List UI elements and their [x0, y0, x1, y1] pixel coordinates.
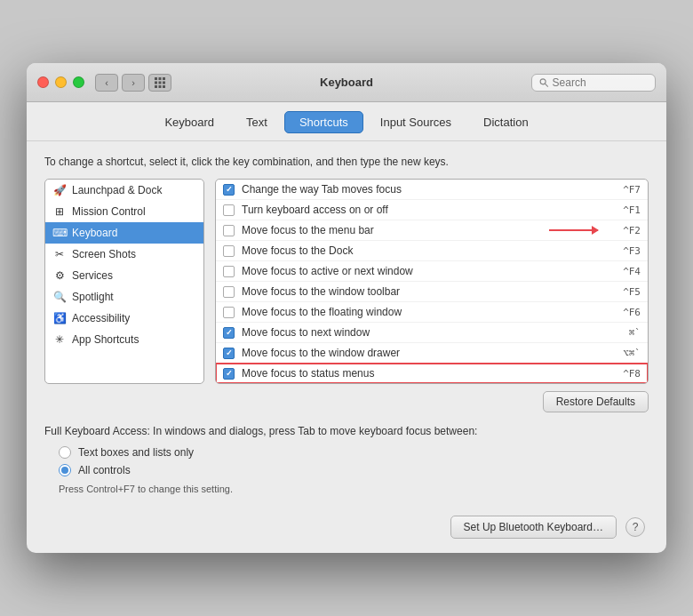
titlebar: ‹ › Keyboard: [27, 63, 666, 102]
shortcut-checkbox-kb-access[interactable]: [223, 204, 235, 216]
spotlight-icon: 🔍: [52, 290, 67, 304]
sidebar-item-mission-control[interactable]: ⊞ Mission Control: [45, 201, 203, 222]
shortcut-row-dock[interactable]: Move focus to the Dock ^F3: [216, 241, 648, 261]
shortcut-label-status-menus: Move focus to status menus: [242, 367, 616, 380]
accessibility-icon: ♿: [52, 311, 67, 325]
radio-btn-all-controls[interactable]: [59, 464, 71, 476]
shortcut-checkbox-toolbar[interactable]: [223, 286, 235, 298]
app-shortcuts-icon: ✳: [52, 332, 67, 347]
shortcut-key-status-menus: ^F8: [623, 368, 641, 380]
shortcut-label-active-window: Move focus to active or next window: [242, 265, 616, 277]
bottom-section: Full Keyboard Access: In windows and dia…: [44, 425, 649, 494]
shortcut-checkbox-next-window[interactable]: [223, 327, 235, 339]
shortcut-row-status-menus[interactable]: Move focus to status menus ^F8: [216, 364, 648, 383]
sidebar-label-app-shortcuts: App Shortcuts: [72, 333, 139, 346]
launchpad-icon: 🚀: [52, 183, 67, 197]
services-icon: ⚙: [52, 268, 67, 283]
sidebar-label-accessibility: Accessibility: [72, 312, 130, 324]
shortcut-checkbox-status-menus[interactable]: [223, 368, 235, 380]
main-pane: 🚀 Launchpad & Dock ⊞ Mission Control ⌨ K…: [44, 179, 649, 384]
press-note: Press Control+F7 to change this setting.: [59, 484, 649, 494]
traffic-lights: [37, 76, 84, 88]
bluetooth-button[interactable]: Set Up Bluetooth Keyboard…: [450, 516, 617, 539]
shortcut-row-kb-access[interactable]: Turn keyboard access on or off ^F1: [216, 200, 648, 220]
svg-rect-2: [163, 77, 165, 80]
shortcut-checkbox-tab-focus[interactable]: [223, 184, 235, 196]
close-button[interactable]: [37, 76, 49, 88]
arrow-indicator: [549, 229, 598, 231]
svg-rect-7: [159, 85, 162, 88]
sidebar-item-keyboard[interactable]: ⌨ Keyboard: [45, 222, 203, 244]
minimize-button[interactable]: [55, 76, 67, 88]
svg-line-10: [545, 84, 547, 86]
sidebar-item-app-shortcuts[interactable]: ✳ App Shortcuts: [45, 329, 203, 350]
sidebar-item-screenshots[interactable]: ✂ Screen Shots: [45, 244, 203, 265]
shortcut-label-kb-access: Turn keyboard access on or off: [242, 204, 616, 216]
shortcut-key-toolbar: ^F5: [623, 286, 641, 298]
shortcut-label-next-window: Move focus to next window: [242, 326, 622, 339]
shortcut-key-menu-bar: ^F2: [623, 225, 641, 236]
svg-rect-3: [155, 81, 157, 84]
svg-rect-4: [159, 81, 162, 84]
tab-keyboard[interactable]: Keyboard: [149, 111, 229, 133]
arrow-head: [592, 226, 599, 235]
back-button[interactable]: ‹: [95, 74, 118, 92]
sidebar-item-accessibility[interactable]: ♿ Accessibility: [45, 308, 203, 329]
grid-button[interactable]: [148, 74, 171, 92]
radio-item-text-boxes[interactable]: Text boxes and lists only: [59, 446, 649, 459]
nav-buttons: ‹ ›: [95, 74, 145, 92]
mission-control-icon: ⊞: [52, 204, 67, 219]
sidebar-item-spotlight[interactable]: 🔍 Spotlight: [45, 286, 203, 308]
shortcut-key-active-window: ^F4: [623, 266, 641, 277]
restore-defaults-row: Restore Defaults: [44, 391, 649, 412]
shortcut-row-tab-focus[interactable]: Change the way Tab moves focus ^F7: [216, 180, 648, 200]
tab-text[interactable]: Text: [231, 111, 283, 133]
svg-rect-6: [155, 85, 157, 88]
radio-btn-text-boxes[interactable]: [59, 446, 71, 459]
shortcut-key-dock: ^F3: [623, 245, 641, 257]
sidebar-item-services[interactable]: ⚙ Services: [45, 265, 203, 286]
shortcut-checkbox-drawer[interactable]: [223, 348, 235, 359]
shortcut-checkbox-dock[interactable]: [223, 245, 235, 257]
content-area: To change a shortcut, select it, click t…: [27, 141, 666, 553]
maximize-button[interactable]: [73, 76, 84, 88]
sidebar-label-mission-control: Mission Control: [72, 205, 146, 218]
help-button[interactable]: ?: [625, 517, 645, 537]
footer-row: Set Up Bluetooth Keyboard… ?: [44, 516, 649, 539]
shortcut-row-floating[interactable]: Move focus to the floating window ^F6: [216, 302, 648, 323]
shortcut-label-floating: Move focus to the floating window: [242, 306, 616, 318]
restore-defaults-button[interactable]: Restore Defaults: [543, 391, 649, 412]
shortcut-row-next-window[interactable]: Move focus to next window ⌘`: [216, 323, 648, 343]
tab-input-sources[interactable]: Input Sources: [365, 111, 466, 133]
shortcut-row-drawer[interactable]: Move focus to the window drawer ⌥⌘`: [216, 343, 648, 364]
sidebar-item-launchpad[interactable]: 🚀 Launchpad & Dock: [45, 180, 203, 201]
radio-item-all-controls[interactable]: All controls: [59, 464, 649, 476]
search-input[interactable]: [553, 76, 648, 89]
shortcut-row-menu-bar[interactable]: Move focus to the menu bar ^F2: [216, 220, 648, 241]
shortcut-label-toolbar: Move focus to the window toolbar: [242, 285, 616, 298]
keyboard-icon: ⌨: [52, 226, 67, 240]
shortcut-key-drawer: ⌥⌘`: [623, 348, 641, 359]
fka-title: Full Keyboard Access: In windows and dia…: [44, 425, 649, 437]
radio-label-all-controls: All controls: [78, 464, 131, 476]
sidebar-label-screenshots: Screen Shots: [72, 248, 136, 260]
shortcut-checkbox-active-window[interactable]: [223, 266, 235, 277]
radio-group: Text boxes and lists only All controls: [59, 446, 649, 476]
arrow-line: [549, 229, 598, 231]
shortcut-checkbox-floating[interactable]: [223, 307, 235, 318]
forward-button[interactable]: ›: [122, 74, 145, 92]
search-icon: [539, 77, 549, 88]
shortcut-checkbox-menu-bar[interactable]: [223, 225, 235, 236]
tab-dictation[interactable]: Dictation: [468, 111, 544, 133]
radio-label-text-boxes: Text boxes and lists only: [78, 446, 194, 459]
search-box[interactable]: [531, 74, 656, 92]
shortcut-key-floating: ^F6: [623, 307, 641, 318]
shortcut-row-toolbar[interactable]: Move focus to the window toolbar ^F5: [216, 282, 648, 302]
sidebar-list: 🚀 Launchpad & Dock ⊞ Mission Control ⌨ K…: [44, 179, 204, 384]
sidebar-label-spotlight: Spotlight: [72, 291, 114, 303]
shortcut-key-kb-access: ^F1: [623, 204, 641, 216]
tab-shortcuts[interactable]: Shortcuts: [284, 111, 363, 133]
shortcut-row-active-window[interactable]: Move focus to active or next window ^F4: [216, 261, 648, 282]
window-title: Keyboard: [320, 76, 373, 89]
svg-rect-5: [163, 81, 165, 84]
